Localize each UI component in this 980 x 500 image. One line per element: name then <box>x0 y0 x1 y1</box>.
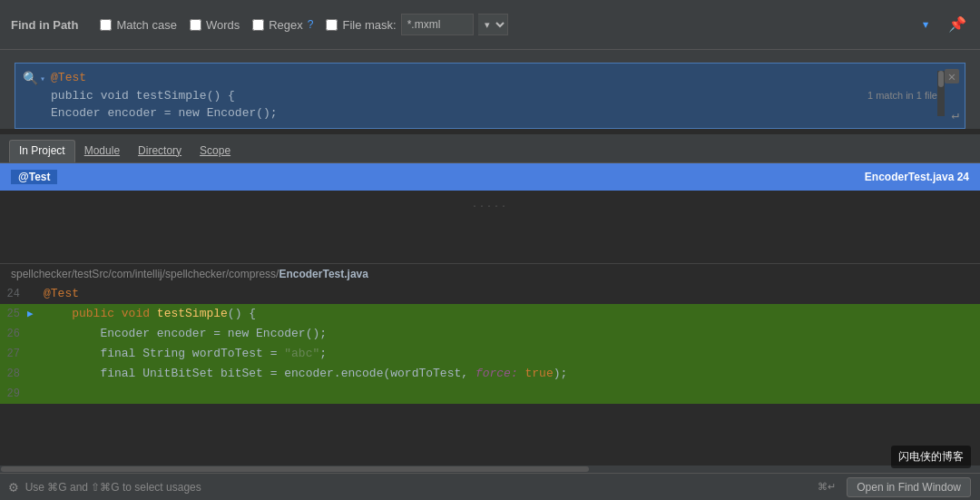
search-text: @Test public void testSimple() { Encoder… <box>51 69 957 123</box>
tab-scope[interactable]: Scope <box>191 141 240 162</box>
file-mask-checkbox[interactable] <box>326 19 338 31</box>
search-box[interactable]: 🔍 ▾ @Test public void testSimple() { Enc… <box>15 63 965 129</box>
tab-directory[interactable]: Directory <box>129 141 191 162</box>
line-num-29: 29 <box>0 387 27 400</box>
file-mask-input[interactable] <box>401 14 474 35</box>
bottom-scrollbar-thumb[interactable] <box>1 466 589 472</box>
status-keys: ⌘↵ <box>818 481 836 493</box>
search-icon-wrap: 🔍 ▾ <box>23 71 45 86</box>
result-tag: @Test <box>11 170 57 184</box>
line-arrow-25: ▶ <box>27 308 40 319</box>
file-mask-label: File mask: <box>342 18 396 32</box>
search-scrollbar-thumb[interactable] <box>938 71 944 87</box>
regex-help-icon[interactable]: ? <box>308 18 314 31</box>
match-count: 1 match in 1 file <box>867 90 937 101</box>
enter-icon: ↵ <box>952 107 959 123</box>
file-path-bold: EncoderTest.java <box>279 268 368 280</box>
file-mask-group: File mask: ▾ <box>326 14 507 35</box>
search-icon: 🔍 <box>23 71 38 86</box>
status-left: ⚙ Use ⌘G and ⇧⌘G to select usages <box>9 478 201 496</box>
line-num-27: 27 <box>0 348 27 360</box>
regex-label: Regex <box>269 18 303 32</box>
result-file: EncoderTest.java 24 <box>865 171 969 183</box>
search-dropdown-arrow[interactable]: ▾ <box>40 74 45 84</box>
match-case-group: Match case <box>100 18 176 32</box>
status-text: Use ⌘G and ⇧⌘G to select usages <box>25 481 201 494</box>
search-line-1: @Test <box>51 69 957 87</box>
code-line-24: 24 @Test <box>0 284 980 304</box>
search-line-3: Encoder encoder = new Encoder(); <box>51 104 957 123</box>
line-num-25: 25 <box>0 308 27 320</box>
search-close-button[interactable]: ✕ <box>945 69 959 83</box>
code-content-25: public void testSimple() { <box>40 307 980 320</box>
tab-in-project[interactable]: In Project <box>9 140 75 162</box>
code-content-24: @Test <box>40 287 980 300</box>
tab-module[interactable]: Module <box>75 141 129 162</box>
toolbar: Find in Path Match case Words Regex ? Fi… <box>0 0 980 50</box>
tabs-row: In Project Module Directory Scope <box>0 134 980 163</box>
code-content-27: final String wordToTest = "abc"; <box>40 347 980 360</box>
result-row[interactable]: @Test EncoderTest.java 24 <box>0 163 980 191</box>
file-path-prefix: spellchecker/testSrc/com/intellij/spellc… <box>11 268 279 280</box>
bottom-scrollbar[interactable] <box>0 466 980 473</box>
match-case-label: Match case <box>116 18 176 32</box>
words-checkbox[interactable] <box>190 19 201 31</box>
regex-group: Regex ? <box>252 18 313 32</box>
pin-icon[interactable]: 📌 <box>946 13 969 36</box>
code-line-28: 28 final UnitBitSet bitSet = encoder.enc… <box>0 364 980 384</box>
words-label: Words <box>206 18 240 32</box>
line-num-24: 24 <box>0 288 27 300</box>
watermark: 闪电侠的博客 <box>891 446 971 468</box>
match-case-checkbox[interactable] <box>100 19 112 31</box>
words-group: Words <box>190 18 240 32</box>
filter-icon[interactable]: ▾ <box>918 13 933 36</box>
results-empty-area: ..... <box>0 191 980 263</box>
open-in-find-window-button[interactable]: Open in Find Window <box>847 477 971 497</box>
code-content-28: final UnitBitSet bitSet = encoder.encode… <box>40 367 980 380</box>
search-line-2: public void testSimple() { <box>51 87 957 105</box>
file-mask-dropdown[interactable]: ▾ <box>478 14 508 35</box>
line-num-28: 28 <box>0 368 27 380</box>
dots-separator: ..... <box>0 191 980 219</box>
code-line-25: 25 ▶ public void testSimple() { <box>0 304 980 324</box>
line-num-26: 26 <box>0 328 27 340</box>
code-line-26: 26 Encoder encoder = new Encoder(); <box>0 324 980 344</box>
code-line-29: 29 <box>0 384 980 404</box>
status-right: ⌘↵ Open in Find Window <box>818 477 971 497</box>
file-path-bar: spellchecker/testSrc/com/intellij/spellc… <box>0 263 980 284</box>
gear-icon[interactable]: ⚙ <box>9 478 18 496</box>
status-bar: ⚙ Use ⌘G and ⇧⌘G to select usages ⌘↵ Ope… <box>0 473 980 500</box>
code-line-27: 27 final String wordToTest = "abc"; <box>0 344 980 364</box>
code-content-26: Encoder encoder = new Encoder(); <box>40 327 980 340</box>
code-area: 24 @Test 25 ▶ public void testSimple() {… <box>0 284 980 466</box>
toolbar-title: Find in Path <box>11 18 78 32</box>
regex-checkbox[interactable] <box>252 19 264 31</box>
